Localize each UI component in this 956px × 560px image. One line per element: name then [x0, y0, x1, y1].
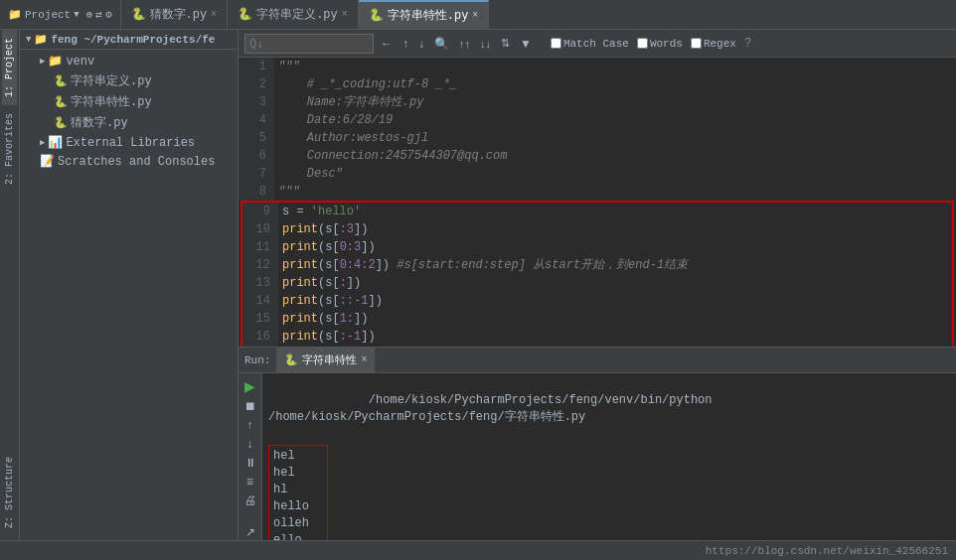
collapse-arrow-icon: ▼ [26, 35, 31, 45]
code-line-12: 12 print(s[0:4:2]) #s[start:end:step] 从s… [242, 256, 952, 274]
help-icon[interactable]: ? [744, 37, 751, 51]
filter-btn[interactable]: ▼ [517, 36, 535, 52]
sync-icon[interactable]: ⇄ [95, 8, 102, 21]
line-content[interactable]: print(s[1:]) [278, 310, 952, 328]
words-text: Words [650, 38, 683, 50]
code-line-8: 8 """ [239, 183, 956, 201]
regex-checkbox[interactable] [691, 38, 702, 49]
line-content[interactable]: print(s[0:3]) [278, 238, 952, 256]
match-case-checkbox[interactable] [551, 38, 561, 49]
run-play-btn[interactable]: ▶ [243, 377, 256, 395]
run-stop-btn[interactable]: ⏹ [243, 398, 257, 414]
tree-item-venv[interactable]: ▶ 📁 venv [20, 52, 238, 70]
run-up-btn[interactable]: ↑ [246, 417, 254, 433]
tree-item-字符串定义[interactable]: 🐍 字符串定义.py [20, 70, 238, 91]
code-line-2: 2 # _*_coding:utf-8 _*_ [239, 75, 956, 93]
close-icon[interactable]: × [342, 9, 348, 20]
vtab-project[interactable]: 1: Project [2, 30, 17, 105]
py-icon: 🐍 [131, 7, 146, 22]
tree-item-scratches[interactable]: 📝 Scratches and Consoles [20, 152, 238, 171]
py-file-icon: 🐍 [54, 95, 68, 108]
line-content[interactable]: Desc" [274, 165, 956, 183]
line-content[interactable]: """ [274, 58, 956, 75]
left-vtab-bar: 1: Project 2: Favorites Z: Structure [0, 30, 20, 540]
tab-字符串定义[interactable]: 🐍 字符串定义.py × [228, 0, 359, 29]
tab-猜数字[interactable]: 🐍 猜数字.py × [121, 0, 229, 29]
match-case-label[interactable]: Match Case [551, 38, 629, 50]
status-url: https://blog.csdn.net/weixin_42566251 [706, 545, 948, 557]
run-print-btn[interactable]: 🖨 [243, 492, 257, 508]
code-line-16: 16 print(s[:-1]) [242, 328, 952, 346]
tree-label: 字符串特性.py [71, 93, 152, 110]
project-dropdown[interactable]: 📁 Project ▼ ⊕ ⇄ ⚙ [0, 0, 121, 29]
search-down2-btn[interactable]: ↓↓ [477, 37, 494, 51]
code-editor: 1 """ 2 # _*_coding:utf-8 _*_ 3 Name:字符串… [239, 58, 956, 347]
code-line-1: 1 """ [239, 58, 956, 75]
output-line-5: ello [273, 532, 323, 540]
line-content[interactable]: print(s[:3]) [278, 220, 952, 238]
project-root-item[interactable]: ▼ 📁 feng ~/PycharmProjects/fe [20, 30, 238, 50]
line-num: 12 [242, 256, 278, 274]
code-line-3: 3 Name:字符串特性.py [239, 93, 956, 111]
close-icon[interactable]: × [211, 9, 217, 20]
line-content[interactable]: print(s[::-1]) [278, 292, 952, 310]
line-content[interactable]: print(s[:]) [278, 274, 952, 292]
regex-text: Regex [704, 38, 736, 50]
vtab-structure[interactable]: Z: Structure [2, 449, 17, 536]
py-icon: 🐍 [238, 7, 252, 22]
output-line-2: hl [273, 482, 323, 498]
line-content[interactable]: # _*_coding:utf-8 _*_ [274, 75, 956, 93]
tab-label: 字符串定义.py [256, 6, 338, 23]
plus-icon[interactable]: ⊕ [86, 8, 93, 21]
run-down-btn[interactable]: ↓ [246, 436, 254, 452]
code-line-5: 5 Author:westos-gjl [239, 129, 956, 147]
output-line-0: hel [273, 448, 323, 465]
run-list-btn[interactable]: ≡ [245, 474, 254, 490]
words-checkbox[interactable] [637, 38, 648, 49]
tree-item-字符串特性[interactable]: 🐍 字符串特性.py [20, 91, 238, 112]
line-content[interactable]: Name:字符串特性.py [274, 93, 956, 111]
search-up-btn[interactable]: ↑ [399, 36, 411, 52]
line-num: 13 [242, 274, 278, 292]
line-content[interactable]: s = 'hello' [278, 203, 952, 220]
project-icon: 📁 [8, 8, 22, 21]
output-area: /home/kiosk/PycharmProjects/feng/venv/bi… [262, 373, 956, 540]
line-num: 4 [239, 111, 274, 129]
run-toolbar: ▶ ⏹ ↑ ↓ ⏸ ≡ 🖨 ↗ [239, 373, 262, 540]
code-line-7: 7 Desc" [239, 165, 956, 183]
search-down-btn[interactable]: ↓ [415, 36, 427, 52]
close-icon[interactable]: × [472, 10, 478, 21]
run-tab-close-icon[interactable]: × [361, 354, 367, 365]
search-both-btn[interactable]: ⇅ [498, 36, 513, 51]
gear-icon[interactable]: ⚙ [105, 8, 112, 21]
line-content[interactable]: Date:6/28/19 [274, 111, 956, 129]
words-label[interactable]: Words [637, 38, 683, 50]
search-bar: ← ↑ ↓ 🔍 ↑↑ ↓↓ ⇅ ▼ Match Case Words [239, 30, 956, 58]
line-content[interactable]: print(s[0:4:2]) #s[start:end:step] 从star… [278, 256, 952, 274]
line-content[interactable]: Connection:2457544307@qq.com [274, 147, 956, 165]
search-input[interactable] [244, 34, 374, 54]
line-content[interactable]: print(s[:-1]) [278, 328, 952, 346]
run-close-btn[interactable]: ↗ [244, 524, 256, 540]
line-num: 2 [239, 75, 274, 93]
regex-label[interactable]: Regex [691, 38, 736, 50]
match-case-text: Match Case [563, 38, 629, 50]
tree-item-external-libs[interactable]: ▶ 📊 External Libraries [20, 133, 238, 152]
code-line-15: 15 print(s[1:]) [242, 310, 952, 328]
project-label: Project [25, 9, 71, 21]
vtab-favorites[interactable]: 2: Favorites [2, 105, 17, 193]
run-pause-btn[interactable]: ⏸ [243, 455, 257, 471]
line-content[interactable]: """ [274, 183, 956, 201]
find-btn[interactable]: 🔍 [431, 36, 452, 52]
output-line-4: olleh [273, 515, 323, 532]
search-back-btn[interactable]: ← [378, 36, 396, 52]
folder-icon: 📁 [48, 54, 63, 69]
tree-item-猜数字[interactable]: 🐍 猜数字.py [20, 112, 238, 133]
search-up2-btn[interactable]: ↑↑ [456, 37, 473, 51]
tab-字符串特性[interactable]: 🐍 字符串特性.py × [359, 0, 490, 29]
line-num: 16 [242, 328, 278, 346]
line-num: 6 [239, 147, 274, 165]
run-tab-字符串特性[interactable]: 🐍 字符串特性 × [276, 348, 375, 372]
line-num: 5 [239, 129, 274, 147]
line-content[interactable]: Author:westos-gjl [274, 129, 956, 147]
